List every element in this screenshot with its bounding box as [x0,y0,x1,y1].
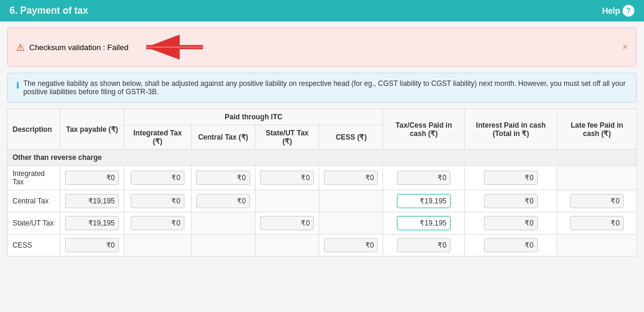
table-row: Central Tax₹19,195₹0₹0 ₹19,195₹0₹0 [8,190,637,212]
close-button[interactable]: × [623,42,628,52]
info-message: The negative liability as shown below, s… [23,79,628,96]
help-icon: ? [623,5,634,17]
page-title: 6. Payment of tax [10,5,88,16]
col-state-ut-tax: State/UT Tax (₹) [255,125,319,150]
col-interest-paid: Interest Paid in cash (Total in ₹) [464,109,557,150]
payment-table: Description Tax payable (₹) Paid through… [7,109,637,257]
info-icon: ℹ [16,80,20,91]
col-paid-itc: Paid through ITC [124,109,383,125]
info-alert: ℹ The negative liability as shown below,… [7,73,637,103]
checksum-error-alert: ⚠ Checksum validation : Failed × [7,27,637,67]
help-label: Help [602,6,620,16]
table-row: State/UT Tax₹19,195₹0 ₹0 ₹19,195₹0₹0 [8,212,637,234]
col-central-tax: Central Tax (₹) [191,125,255,150]
table-row: CESS₹0 ₹0₹0₹0 [8,234,637,257]
col-cess: CESS (₹) [319,125,383,150]
col-tax-cess-cash: Tax/Cess Paid in cash (₹) [383,109,464,150]
col-description: Description [8,109,60,150]
error-message: Checksum validation : Failed [29,43,128,52]
help-button[interactable]: Help ? [602,5,634,17]
arrow-icon [140,34,206,60]
table-row: Integrated Tax₹0₹0₹0₹0₹0₹0₹0 [8,166,637,190]
col-integrated-tax: Integrated Tax (₹) [124,125,192,150]
section-other-than-reverse-charge: Other than reverse charge [8,150,637,166]
col-tax-payable: Tax payable (₹) [60,109,124,150]
col-late-fee: Late fee Paid in cash (₹) [557,109,637,150]
warning-icon: ⚠ [16,42,24,53]
